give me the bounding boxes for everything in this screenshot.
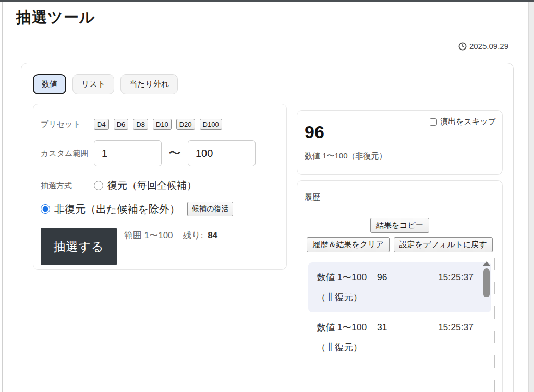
history-scrollbar[interactable] [483, 261, 490, 297]
draw-action-row: 抽選する 範囲 1〜100 残り: 84 [41, 228, 279, 265]
clear-history-button[interactable]: 履歴＆結果をクリア [307, 237, 389, 252]
preset-label: プリセット [41, 119, 94, 129]
settings-panel: プリセット D4 D6 D8 D10 D20 D100 カスタム範囲 〜 抽選方… [33, 104, 287, 270]
mode-tabs: 数値 リスト 当たり外れ [33, 74, 178, 94]
custom-range-label: カスタム範囲 [41, 149, 94, 158]
radio-without-replacement[interactable]: 非復元（出た候補を除外） [41, 202, 180, 216]
history-item-time: 15:25:37 [438, 267, 474, 287]
left-edge-divider [2, 2, 3, 392]
preset-d100-button[interactable]: D100 [200, 119, 222, 130]
tab-hit-miss[interactable]: 当たり外れ [120, 74, 178, 94]
copy-result-button[interactable]: 結果をコピー [370, 218, 429, 233]
draw-button[interactable]: 抽選する [41, 228, 117, 265]
history-item-label: 数値 1〜100（非復元） [317, 267, 369, 307]
range-max-input[interactable] [188, 140, 256, 166]
tool-card: 数値 リスト 当たり外れ プリセット D4 D6 D8 D10 D20 D100… [21, 63, 514, 392]
page-title: 抽選ツール [16, 7, 95, 28]
without-replacement-label: 非復元（出た候補を除外） [54, 202, 180, 216]
preset-buttons: D4 D6 D8 D10 D20 D100 [94, 119, 222, 130]
remaining-label: 残り: [183, 230, 203, 240]
date-display: 2025.09.29 [458, 42, 508, 51]
range-separator: 〜 [168, 145, 181, 162]
preset-d4-button[interactable]: D4 [94, 119, 109, 130]
method-row: 抽選方式 復元（毎回全候補） [41, 179, 279, 192]
history-item[interactable]: 数値 1〜100（非復元） 31 15:25:37 [308, 312, 491, 362]
restore-candidates-button[interactable]: 候補の復活 [187, 202, 233, 216]
date-text: 2025.09.29 [469, 42, 508, 51]
custom-range-row: カスタム範囲 〜 [41, 140, 279, 166]
skip-animation-label: 演出をスキップ [440, 117, 496, 127]
no-replacement-row: 非復元（出た候補を除外） 候補の復活 [41, 202, 279, 216]
with-replacement-label: 復元（毎回全候補） [107, 179, 197, 192]
range-min-input[interactable] [94, 140, 162, 166]
preset-d20-button[interactable]: D20 [176, 119, 195, 130]
preset-d6-button[interactable]: D6 [114, 119, 129, 130]
method-label: 抽選方式 [41, 181, 94, 191]
history-item-value: 31 [377, 317, 387, 337]
history-item-time: 15:25:37 [438, 317, 474, 337]
scroll-up-icon[interactable] [483, 261, 490, 266]
history-item-label: 数値 1〜100（非復元） [317, 317, 369, 357]
history-list: 数値 1〜100（非復元） 96 15:25:37 数値 1〜100（非復元） … [305, 258, 495, 392]
tab-list[interactable]: リスト [72, 74, 114, 94]
preset-row: プリセット D4 D6 D8 D10 D20 D100 [41, 119, 279, 130]
window-scrollbar[interactable] [528, 2, 534, 392]
history-buttons: 結果をコピー 履歴＆結果をクリア 設定をデフォルトに戻す [305, 218, 495, 252]
scrollbar-thumb[interactable] [483, 268, 490, 297]
preset-d10-button[interactable]: D10 [153, 119, 172, 130]
preset-d8-button[interactable]: D8 [133, 119, 148, 130]
with-replacement-radio[interactable] [94, 181, 103, 190]
draw-meta: 範囲 1〜100 残り: 84 [124, 229, 217, 241]
history-item[interactable]: 数値 1〜100（非復元） 96 15:25:37 [308, 262, 491, 312]
window-top-border [0, 0, 534, 2]
without-replacement-radio[interactable] [41, 204, 50, 214]
radio-with-replacement[interactable]: 復元（毎回全候補） [94, 179, 197, 192]
result-card: 演出をスキップ 96 数値 1〜100（非復元） [297, 110, 503, 175]
history-card: 履歴 結果をコピー 履歴＆結果をクリア 設定をデフォルトに戻す 数値 1〜100… [297, 180, 503, 392]
reset-settings-button[interactable]: 設定をデフォルトに戻す [394, 237, 493, 252]
remaining-value: 84 [208, 230, 217, 240]
skip-animation-control[interactable]: 演出をスキップ [430, 117, 496, 127]
clock-icon [458, 42, 467, 51]
skip-animation-checkbox[interactable] [430, 118, 437, 126]
result-caption: 数値 1〜100（非復元） [305, 151, 495, 161]
tab-numeric[interactable]: 数値 [33, 74, 66, 94]
range-info-text: 範囲 1〜100 [124, 230, 173, 240]
history-item-value: 96 [377, 267, 387, 287]
history-title: 履歴 [305, 192, 495, 202]
